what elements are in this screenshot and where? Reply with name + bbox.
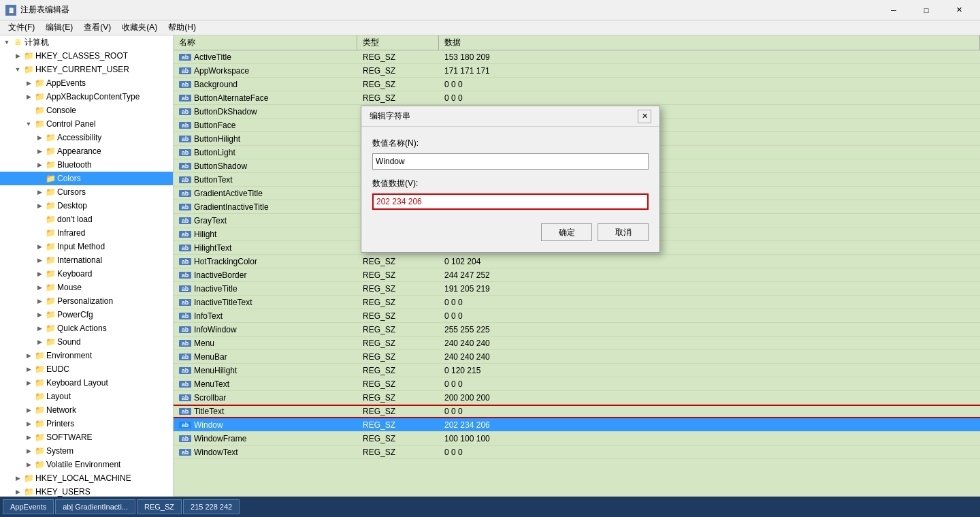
taskbar-item-value[interactable]: 215 228 242 (183, 499, 240, 514)
title-bar: 📋 注册表编辑器 ─ □ ✕ (0, 0, 980, 20)
taskbar: AppEvents ab| GradientInacti... REG_SZ 2… (0, 497, 980, 517)
tree-item-desktop[interactable]: ▶ 📁 Desktop (0, 199, 173, 213)
tree-label: Desktop (57, 201, 87, 210)
reg-cell-data: 0 102 204 (439, 257, 980, 266)
registry-row[interactable]: abInfoWindowREG_SZ255 255 225 (174, 323, 980, 336)
tree-item-sound[interactable]: ▶ 📁 Sound (0, 335, 173, 349)
dialog-close-button[interactable]: ✕ (638, 110, 651, 123)
tree-item-appxbackup[interactable]: ▶ 📁 AppXBackupContentType (0, 90, 173, 104)
folder-icon: 📁 (45, 200, 56, 211)
dialog-name-input[interactable] (372, 153, 649, 170)
reg-cell-name: abGradientActiveTitle (174, 189, 357, 198)
tree-item-volatile-env[interactable]: ▶ 📁 Volatile Environment (0, 458, 173, 471)
tree-item-bluetooth[interactable]: ▶ 📁 Bluetooth (0, 158, 173, 172)
reg-name-text: HotTrackingColor (194, 257, 257, 266)
minimize-button[interactable]: ─ (878, 0, 909, 20)
tree-item-network[interactable]: ▶ 📁 Network (0, 403, 173, 417)
tree-label: Network (46, 405, 76, 415)
dialog-value-input[interactable] (372, 193, 649, 210)
tree-item-appevents[interactable]: ▶ 📁 AppEvents (0, 76, 173, 90)
registry-row[interactable]: abInactiveBorderREG_SZ244 247 252 (174, 268, 980, 282)
registry-row[interactable]: abWindowTextREG_SZ0 0 0 (174, 445, 980, 459)
registry-row[interactable]: abInactiveTitleREG_SZ191 205 219 (174, 282, 980, 296)
menu-file[interactable]: 文件(F) (3, 20, 40, 35)
tree-item-accessibility[interactable]: ▶ 📁 Accessibility (0, 131, 173, 144)
tree-item-system[interactable]: ▶ 📁 System (0, 444, 173, 458)
registry-row[interactable]: abAppWorkspaceREG_SZ171 171 171 (174, 64, 980, 78)
ab-icon: ab (179, 231, 191, 238)
tree-item-colors[interactable]: ▶ 📁 Colors (0, 172, 173, 185)
registry-row[interactable]: abScrollbarREG_SZ200 200 200 (174, 391, 980, 405)
tree-item-personalization[interactable]: ▶ 📁 Personalization (0, 294, 173, 308)
tree-item-input-method[interactable]: ▶ 📁 Input Method (0, 240, 173, 253)
reg-cell-data: 0 0 0 (439, 379, 980, 389)
reg-cell-name: abButtonShadow (174, 161, 357, 171)
tree-item-printers[interactable]: ▶ 📁 Printers (0, 417, 173, 430)
tree-item-control-panel[interactable]: ▼ 📁 Control Panel (0, 117, 173, 131)
taskbar-item-regsz[interactable]: REG_SZ (137, 499, 182, 514)
maximize-button[interactable]: □ (911, 0, 942, 20)
reg-cell-type: REG_SZ (357, 52, 439, 62)
reg-cell-data: 171 171 171 (439, 66, 980, 76)
menu-help[interactable]: 帮助(H) (163, 20, 201, 35)
tree-item-keyboard-layout[interactable]: ▶ 📁 Keyboard Layout (0, 376, 173, 390)
registry-row[interactable]: abMenuTextREG_SZ0 0 0 (174, 377, 980, 391)
tree-item-appearance[interactable]: ▶ 📁 Appearance (0, 144, 173, 158)
ab-icon: ab (179, 394, 191, 401)
col-header-type: 类型 (357, 35, 439, 50)
tree-item-mouse[interactable]: ▶ 📁 Mouse (0, 281, 173, 294)
dialog-cancel-button[interactable]: 取消 (598, 223, 649, 241)
folder-icon: 📁 (45, 336, 56, 347)
menu-view[interactable]: 查看(V) (78, 20, 116, 35)
tree-item-infrared[interactable]: ▶ 📁 Infrared (0, 226, 173, 240)
tree-item-quick-actions[interactable]: ▶ 📁 Quick Actions (0, 322, 173, 335)
menu-edit[interactable]: 编辑(E) (40, 20, 78, 35)
tree-item-layout[interactable]: ▶ 📁 Layout (0, 390, 173, 403)
taskbar-item-appevents[interactable]: AppEvents (3, 499, 54, 514)
tree-label: Accessibility (57, 133, 101, 142)
tree-item-hkey-current-user[interactable]: ▼ 📁 HKEY_CURRENT_USER (0, 63, 173, 76)
taskbar-item-gradient[interactable]: ab| GradientInacti... (55, 499, 135, 514)
registry-row[interactable]: abWindowREG_SZ202 234 206 (174, 418, 980, 432)
reg-cell-name: abButtonDkShadow (174, 107, 357, 116)
tree-item-software[interactable]: ▶ 📁 SOFTWARE (0, 430, 173, 444)
registry-row[interactable]: abWindowFrameREG_SZ100 100 100 (174, 432, 980, 445)
registry-row[interactable]: abMenuHilightREG_SZ0 120 215 (174, 364, 980, 377)
tree-item-keyboard[interactable]: ▶ 📁 Keyboard (0, 267, 173, 281)
tree-panel[interactable]: ▼ 🖥 计算机 ▶ 📁 HKEY_CLASSES_ROOT ▼ 📁 HKEY_C… (0, 35, 174, 499)
registry-row[interactable]: abTitleTextREG_SZ0 0 0 (174, 405, 980, 418)
registry-row[interactable]: abBackgroundREG_SZ0 0 0 (174, 78, 980, 91)
registry-row[interactable]: abHotTrackingColorREG_SZ0 102 204 (174, 255, 980, 268)
expand-icon: ▶ (34, 241, 45, 252)
registry-row[interactable]: abMenuBarREG_SZ240 240 240 (174, 350, 980, 364)
registry-row[interactable]: abInactiveTitleTextREG_SZ0 0 0 (174, 296, 980, 309)
reg-cell-data: 153 180 209 (439, 52, 980, 62)
tree-item-cursors[interactable]: ▶ 📁 Cursors (0, 185, 173, 199)
tree-item-environment[interactable]: ▶ 📁 Environment (0, 349, 173, 362)
expand-icon: ▶ (12, 473, 23, 484)
tree-item-computer[interactable]: ▼ 🖥 计算机 (0, 35, 173, 49)
registry-row[interactable]: abInfoTextREG_SZ0 0 0 (174, 309, 980, 323)
registry-row[interactable]: abActiveTitleREG_SZ153 180 209 (174, 50, 980, 64)
tree-item-console[interactable]: ▶ 📁 Console (0, 104, 173, 117)
expand-icon: ▶ (34, 132, 45, 143)
ab-icon: ab (179, 381, 191, 388)
tree-item-hkey-classes-root[interactable]: ▶ 📁 HKEY_CLASSES_ROOT (0, 49, 173, 63)
tree-item-powercfg[interactable]: ▶ 📁 PowerCfg (0, 308, 173, 322)
reg-name-text: GrayText (194, 216, 227, 225)
ab-icon: ab (179, 272, 191, 279)
expand-icon: ▼ (23, 119, 34, 129)
registry-row[interactable]: abMenuREG_SZ240 240 240 (174, 336, 980, 350)
dialog-confirm-button[interactable]: 确定 (541, 223, 592, 241)
tree-label: International (57, 255, 102, 265)
tree-item-eudc[interactable]: ▶ 📁 EUDC (0, 362, 173, 376)
tree-item-dont-load[interactable]: ▶ 📁 don't load (0, 213, 173, 226)
menu-favorites[interactable]: 收藏夹(A) (116, 20, 163, 35)
registry-row[interactable]: abButtonAlternateFaceREG_SZ0 0 0 (174, 91, 980, 105)
reg-name-text: ActiveTitle (194, 52, 231, 62)
ab-icon: ab (179, 217, 191, 224)
tree-item-hkey-local-machine[interactable]: ▶ 📁 HKEY_LOCAL_MACHINE (0, 471, 173, 485)
close-button[interactable]: ✕ (943, 0, 975, 20)
tree-item-international[interactable]: ▶ 📁 International (0, 253, 173, 267)
reg-cell-name: abWindowText (174, 448, 357, 457)
